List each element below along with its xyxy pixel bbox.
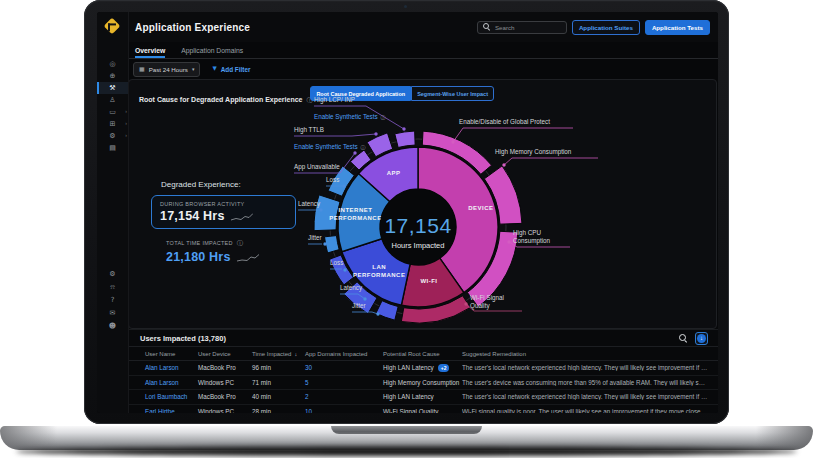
category-label-high-ttlb: High TTLB xyxy=(294,126,324,134)
chevron-right-icon: › xyxy=(125,133,127,138)
workstation-icon: ♙ xyxy=(109,97,115,104)
sort-desc-icon[interactable]: ↓ xyxy=(294,351,297,357)
root-cause-value: High LAN Latency xyxy=(383,364,434,371)
sidebar-item-applications[interactable]: ⊞› xyxy=(97,118,128,130)
chat-icon: ✉ xyxy=(110,310,116,317)
users-impacted-section: Users Impacted (13,780) ↓ User Name User… xyxy=(128,329,718,413)
search-placeholder: Search xyxy=(495,24,515,31)
sidebar-item-network[interactable]: ⊕ xyxy=(97,70,128,82)
root-cause-cell: High LAN Latency xyxy=(383,393,462,400)
time-impacted: 28 min xyxy=(252,408,305,413)
filter-icon: ▼ xyxy=(212,66,216,72)
hours-impacted-value: 17,154 xyxy=(384,214,451,237)
category-label-high-memory-consumption: High Memory Consumption xyxy=(495,148,572,156)
app-domains-link[interactable]: 5 xyxy=(305,379,383,386)
add-filter-label: Add Filter xyxy=(221,66,251,73)
leader-dot xyxy=(402,127,405,130)
catchpoint-logo[interactable] xyxy=(104,18,121,35)
table-row[interactable]: Alan Larson Windows PC 71 min 5 High Mem… xyxy=(128,376,718,391)
leader-dot xyxy=(343,268,346,271)
col-time-impacted[interactable]: Time Impacted↓ xyxy=(252,351,305,357)
time-impacted: 40 min xyxy=(252,393,305,400)
app-domains-link[interactable]: 2 xyxy=(305,393,383,400)
sidebar-bottom-nav: ⚙ ⍾ ? ✉ ☻ xyxy=(97,268,128,333)
app-window: Application Experience Search Applicatio… xyxy=(97,12,718,413)
top-bar: Application Experience Search Applicatio… xyxy=(128,12,718,42)
leader-dot xyxy=(464,302,467,305)
time-range-dropdown[interactable]: ▦ Past 24 Hours ▾ xyxy=(133,62,200,77)
table-header-row: User Name User Device Time Impacted↓ App… xyxy=(128,346,718,361)
col-user-device[interactable]: User Device xyxy=(198,351,252,357)
leader-dot xyxy=(502,163,505,166)
chevron-down-icon: ▾ xyxy=(192,67,195,72)
download-button[interactable]: ↓ xyxy=(695,332,708,345)
sidebar-item-devices[interactable]: ▭› xyxy=(97,106,128,118)
more-causes-badge[interactable]: +2 xyxy=(438,364,450,372)
tab-application-domains[interactable]: Application Domains xyxy=(181,47,243,58)
download-icon: ↓ xyxy=(697,334,706,343)
root-cause-sunburst-chart[interactable]: DEVICEWI-FILANPERFORMANCEINTERNETPERFORM… xyxy=(118,92,718,362)
top-bar-actions: Search Application Suites Application Te… xyxy=(477,20,710,35)
application-suites-button[interactable]: Application Suites xyxy=(572,20,640,35)
table-row[interactable]: Alan Larson MacBook Pro 96 min 30 High L… xyxy=(128,361,718,376)
table-row[interactable]: Lori Baumbach MacBook Pro 40 min 2 High … xyxy=(128,390,718,405)
leader-dot xyxy=(353,151,356,154)
bell-icon: ⍾ xyxy=(110,284,115,291)
tab-overview[interactable]: Overview xyxy=(135,47,165,58)
sidebar-item-experience[interactable]: ⚒ xyxy=(97,82,128,94)
time-impacted: 96 min xyxy=(252,364,305,371)
search-input[interactable]: Search xyxy=(477,21,567,34)
gear-icon: ⚙ xyxy=(109,271,115,278)
table-search-icon[interactable] xyxy=(679,334,687,342)
add-filter-button[interactable]: ▼ Add Filter xyxy=(212,66,250,73)
page-title: Application Experience xyxy=(135,22,250,33)
synthetic-tests-link[interactable]: Enable Synthetic Testsⓘ xyxy=(294,143,366,151)
sidebar-item-help[interactable]: ? xyxy=(97,294,128,307)
network-icon: ⊕ xyxy=(110,73,116,80)
user-device: MacBook Pro xyxy=(198,393,252,400)
arc-jitter[interactable] xyxy=(325,236,340,253)
search-icon xyxy=(483,23,491,31)
leader-dot xyxy=(376,312,379,315)
hours-impacted-label: Hours Impacted xyxy=(392,241,445,250)
user-name-link[interactable]: Lori Baumbach xyxy=(145,393,198,400)
sidebar-item-integrations[interactable]: ⚙› xyxy=(97,130,128,142)
user-name-link[interactable]: Earl Hirthe xyxy=(145,408,198,413)
tab-bar: Overview Application Domains xyxy=(128,42,718,59)
user-device: Windows PC xyxy=(198,408,252,413)
category-label-jitter: Jitter xyxy=(308,234,322,241)
user-name-link[interactable]: Alan Larson xyxy=(145,364,198,371)
sidebar-item-dashboard[interactable]: ◎ xyxy=(97,58,128,70)
synthetic-tests-link[interactable]: Enable Synthetic Testsⓘ xyxy=(314,113,386,121)
app-domains-link[interactable]: 10 xyxy=(305,408,383,413)
category-label-loss: Loss xyxy=(326,176,339,183)
sidebar-item-settings[interactable]: ⚙ xyxy=(97,268,128,281)
col-app-domains[interactable]: App Domains Impacted xyxy=(305,351,383,357)
table-row[interactable]: Earl Hirthe Windows PC 28 min 10 Wi-Fi S… xyxy=(128,405,718,414)
root-cause-value: High LAN Latency xyxy=(383,393,434,400)
category-label-latency: Latency xyxy=(298,200,321,208)
user-device: MacBook Pro xyxy=(198,364,252,371)
sidebar-item-workstation[interactable]: ♙ xyxy=(97,94,128,106)
col-root-cause[interactable]: Potential Root Cause xyxy=(383,351,462,357)
col-user-name[interactable]: User Name xyxy=(145,351,198,357)
user-name-link[interactable]: Alan Larson xyxy=(145,379,198,386)
col-remediation[interactable]: Suggested Remediation xyxy=(462,351,718,357)
calendar-icon: ▦ xyxy=(139,66,145,72)
arc-high-lcp-inp[interactable] xyxy=(395,131,415,147)
root-cause-cell: High LAN Latency+2 xyxy=(383,364,462,372)
segment-label-wi-fi: WI-FI xyxy=(420,278,437,284)
app-domains-link[interactable]: 30 xyxy=(305,364,383,371)
sidebar-item-notes[interactable]: ▤ xyxy=(97,142,128,154)
sidebar-item-account[interactable]: ☻ xyxy=(97,320,128,333)
time-range-value: Past 24 Hours xyxy=(149,66,188,73)
sidebar-nav: ◎ ⊕ ⚒ ♙ ▭› ⊞› ⚙› ▤ xyxy=(97,58,128,154)
category-label-latency: Latency xyxy=(340,284,363,292)
application-tests-button[interactable]: Application Tests xyxy=(645,20,710,35)
sidebar-item-feedback[interactable]: ✉ xyxy=(97,307,128,320)
remediation-text: The user's local network experienced hig… xyxy=(462,364,718,371)
remediation-text: The user's device was consuming more tha… xyxy=(462,379,718,386)
leader-dot xyxy=(323,242,326,245)
sidebar-item-alerts[interactable]: ⍾ xyxy=(97,281,128,294)
category-label-enable-disable-of-global-protect: Enable/Disable of Global Protect xyxy=(459,118,550,125)
